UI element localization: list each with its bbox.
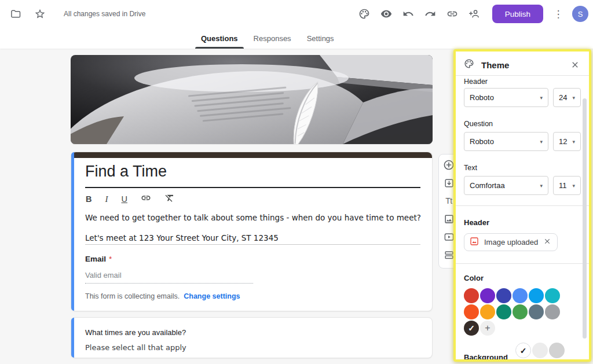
color-swatch[interactable] <box>545 288 560 303</box>
header-font-select[interactable]: Roboto▾ <box>464 88 548 107</box>
image-icon <box>470 237 479 248</box>
text-format-toolbar: B I U <box>86 193 175 205</box>
theme-panel: Theme Header Roboto▾ 24▾ Question Roboto… <box>453 49 591 362</box>
color-swatch[interactable] <box>496 304 511 319</box>
question-font-select[interactable]: Roboto▾ <box>464 132 548 151</box>
folder-icon <box>10 8 21 20</box>
import-questions-icon[interactable] <box>443 177 455 189</box>
color-swatch[interactable] <box>464 288 479 303</box>
redo-button[interactable] <box>420 4 440 24</box>
background-swatch-row: ✓ <box>515 343 565 358</box>
close-theme-panel-button[interactable] <box>568 58 582 72</box>
palette-icon <box>358 8 370 20</box>
color-swatch[interactable] <box>464 304 479 319</box>
italic-icon[interactable]: I <box>105 194 108 204</box>
add-video-icon[interactable] <box>443 231 455 242</box>
theme-color-bar <box>71 152 432 158</box>
header-size-select[interactable]: 24▾ <box>553 88 581 107</box>
star-icon <box>34 8 46 20</box>
question-card[interactable]: What times are you available? Please sel… <box>71 317 433 358</box>
move-folder-button[interactable] <box>6 4 25 24</box>
divider <box>456 263 589 264</box>
clear-formatting-icon[interactable] <box>164 193 175 205</box>
background-swatch[interactable] <box>532 343 548 358</box>
color-swatch[interactable] <box>480 304 495 319</box>
color-swatch-grid: ✓+ <box>464 288 563 336</box>
color-swatch[interactable]: ✓ <box>464 321 479 336</box>
underline-icon[interactable]: U <box>121 194 127 204</box>
email-input[interactable]: Valid email <box>85 271 122 280</box>
tab-responses[interactable]: Responses <box>252 28 292 49</box>
description-underline <box>85 244 420 245</box>
form-title-input[interactable]: Find a Time <box>85 163 167 181</box>
image-uploaded-chip[interactable]: Image uploaded <box>464 233 558 251</box>
account-avatar[interactable]: S <box>572 6 588 22</box>
undo-button[interactable] <box>398 4 418 24</box>
color-section-label: Color <box>464 274 484 282</box>
background-swatch[interactable]: ✓ <box>515 343 531 358</box>
copy-link-button[interactable] <box>442 4 462 24</box>
chevron-down-icon: ▾ <box>536 183 543 189</box>
undo-icon <box>402 8 414 20</box>
collecting-emails-notice: This form is collecting emails. <box>85 292 180 300</box>
customize-theme-button[interactable] <box>354 4 374 24</box>
email-field-label: Email* <box>85 255 112 263</box>
text-size-select[interactable]: 11▾ <box>553 176 581 195</box>
redo-icon <box>424 8 436 20</box>
google-forms-editor: All changes saved in Drive <box>0 0 593 364</box>
more-options-button[interactable]: ⋮ <box>550 8 566 20</box>
color-swatch[interactable] <box>529 288 544 303</box>
divider <box>456 75 589 76</box>
top-bar: All changes saved in Drive <box>0 0 593 28</box>
question-title[interactable]: What times are you available? <box>85 328 186 337</box>
add-question-icon[interactable] <box>443 159 455 171</box>
tab-questions[interactable]: Questions <box>200 28 239 49</box>
preview-button[interactable] <box>376 4 396 24</box>
question-subtitle[interactable]: Please select all that apply <box>85 343 186 352</box>
add-image-icon[interactable] <box>443 213 455 225</box>
add-title-icon[interactable]: Tt <box>443 195 455 207</box>
selected-indicator-bar <box>71 152 74 311</box>
image-uploaded-chip-label: Image uploaded <box>484 238 538 247</box>
color-swatch[interactable] <box>496 288 511 303</box>
link-icon <box>446 8 458 20</box>
question-font-label: Question <box>464 120 493 128</box>
form-description-line2[interactable]: Let's meet at 123 Your Street Your City,… <box>85 233 279 242</box>
background-swatch[interactable] <box>549 343 565 358</box>
text-font-select[interactable]: Comfortaa▾ <box>464 176 548 195</box>
add-section-icon[interactable] <box>443 249 455 260</box>
chevron-down-icon: ▾ <box>569 183 575 189</box>
bold-icon[interactable]: B <box>86 194 91 204</box>
check-icon: ✓ <box>520 346 527 355</box>
form-title-card[interactable]: Find a Time B I U We need to get togethe… <box>71 152 433 311</box>
book-feather-photo <box>71 55 433 144</box>
saved-status: All changes saved in Drive <box>64 10 145 18</box>
title-underline <box>85 187 420 188</box>
header-image-label: Header <box>464 218 489 227</box>
publish-button[interactable]: Publish <box>492 5 543 23</box>
color-swatch[interactable] <box>513 288 528 303</box>
change-settings-link[interactable]: Change settings <box>184 292 240 300</box>
eye-icon <box>380 8 392 20</box>
add-collaborators-button[interactable] <box>464 4 484 24</box>
color-swatch[interactable] <box>529 304 544 319</box>
insert-link-icon[interactable] <box>141 193 151 205</box>
add-custom-color-button[interactable]: + <box>480 321 495 336</box>
form-description-line1[interactable]: We need to get together to talk about so… <box>85 213 421 222</box>
color-swatch[interactable] <box>545 304 560 319</box>
form-header-image[interactable] <box>71 55 433 144</box>
tabs-bar: Questions Responses Settings <box>0 28 593 49</box>
header-font-label: Header <box>464 78 488 86</box>
question-size-select[interactable]: 12▾ <box>553 132 581 151</box>
check-icon: ✓ <box>468 323 475 333</box>
divider <box>456 205 589 206</box>
theme-panel-title: Theme <box>481 60 568 70</box>
email-input-underline <box>85 283 253 284</box>
star-button[interactable] <box>30 4 50 24</box>
color-swatch[interactable] <box>480 288 495 303</box>
remove-image-icon[interactable] <box>543 237 551 248</box>
panel-scrollbar[interactable] <box>583 98 587 339</box>
color-swatch[interactable] <box>513 304 528 319</box>
selected-indicator-bar <box>71 318 74 358</box>
tab-settings[interactable]: Settings <box>306 28 335 49</box>
